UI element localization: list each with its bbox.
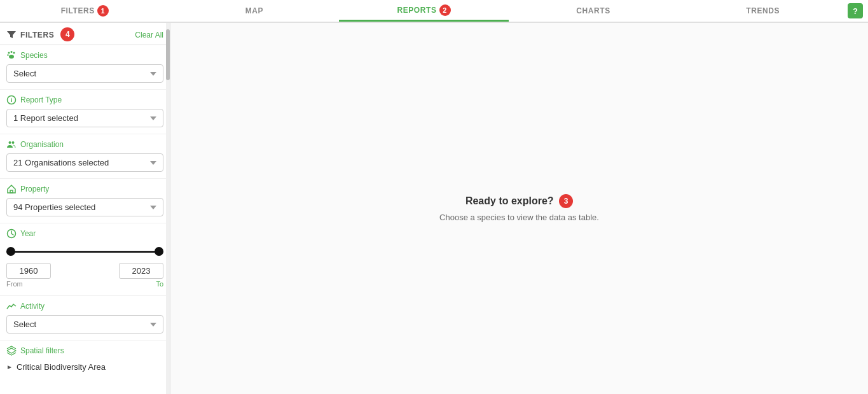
sidebar-scrollbar[interactable] <box>166 23 170 394</box>
property-icon <box>6 184 17 194</box>
activity-section-label: Activity <box>20 302 45 311</box>
filters-icon <box>6 30 17 40</box>
sidebar-header-left: FILTERS 4 <box>6 28 74 42</box>
species-icon <box>6 50 17 60</box>
spatial-item-label: Critical Biodiversity Area <box>17 362 106 372</box>
report-type-icon <box>6 95 17 105</box>
year-from-input[interactable] <box>6 263 51 279</box>
organisation-section-label: Organisation <box>20 140 64 149</box>
empty-state-subtitle: Choose a species to view the data as tab… <box>439 213 599 222</box>
year-label: Year <box>6 229 163 239</box>
spatial-item-arrow: ► <box>6 363 13 370</box>
year-to-label: To <box>156 280 163 288</box>
year-range-slider[interactable] <box>6 245 163 258</box>
help-button[interactable]: ? <box>848 3 863 18</box>
tab-charts-label: CHARTS <box>576 6 610 15</box>
organisation-section: Organisation 21 Organisations selected <box>0 134 170 179</box>
spatial-filters-icon <box>6 346 17 356</box>
year-section-label: Year <box>20 229 36 238</box>
sidebar: FILTERS 4 Clear All Species Select <box>0 23 170 394</box>
tab-filters-label: FILTERS <box>61 6 95 15</box>
tab-trends-label: TRENDS <box>746 6 780 15</box>
spatial-filters-section: Spatial filters ► Critical Biodiversity … <box>0 341 170 381</box>
year-section: Year From To <box>0 223 170 296</box>
activity-section: Activity Select <box>0 296 170 341</box>
species-section-label: Species <box>20 51 48 60</box>
tab-filters[interactable]: FILTERS 1 <box>0 0 170 22</box>
filters-label: FILTERS <box>20 31 54 39</box>
activity-label: Activity <box>6 301 163 311</box>
svg-point-0 <box>8 52 10 54</box>
main-layout: FILTERS 4 Clear All Species Select <box>0 23 868 394</box>
property-section: Property 94 Properties selected <box>0 179 170 223</box>
svg-point-3 <box>7 54 8 55</box>
sidebar-header: FILTERS 4 Clear All <box>0 23 170 45</box>
filters-badge: 1 <box>97 5 109 17</box>
svg-point-9 <box>12 141 15 144</box>
svg-point-7 <box>11 98 11 99</box>
main-badge-3: 3 <box>559 194 573 208</box>
spatial-item-cba[interactable]: ► Critical Biodiversity Area <box>6 360 163 374</box>
sidebar-badge-4: 4 <box>60 27 74 41</box>
report-type-label: Report Type <box>6 95 163 105</box>
species-select[interactable]: Select <box>6 64 163 83</box>
tab-map[interactable]: MAP <box>170 0 340 22</box>
range-thumb-right[interactable] <box>155 247 163 256</box>
reports-badge: 2 <box>439 4 451 16</box>
svg-point-2 <box>13 52 15 54</box>
year-from-label: From <box>6 280 23 288</box>
tab-reports-label: REPORTS <box>397 6 436 15</box>
species-section: Species Select <box>0 45 170 90</box>
year-to-input[interactable] <box>119 263 163 279</box>
range-track <box>6 251 163 253</box>
report-type-select[interactable]: 1 Report selected <box>6 109 163 127</box>
main-content: Ready to explore? 3 Choose a species to … <box>170 23 868 394</box>
tab-charts[interactable]: CHARTS <box>509 0 679 22</box>
activity-select[interactable]: Select <box>6 315 163 334</box>
spatial-filters-label: Spatial filters <box>6 346 163 356</box>
range-thumb-left[interactable] <box>6 247 15 256</box>
tab-trends[interactable]: TRENDS <box>678 0 848 22</box>
svg-point-4 <box>9 55 14 59</box>
year-icon <box>6 229 17 239</box>
tab-map-label: MAP <box>245 6 263 15</box>
property-select[interactable]: 94 Properties selected <box>6 198 163 216</box>
tab-reports[interactable]: REPORTS 2 <box>339 0 509 22</box>
property-section-label: Property <box>20 185 49 193</box>
empty-state: Ready to explore? 3 Choose a species to … <box>439 195 599 222</box>
organisation-icon <box>6 139 17 150</box>
empty-title-text: Ready to explore? <box>465 195 554 206</box>
year-inputs <box>6 263 163 279</box>
sidebar-scrollbar-thumb[interactable] <box>166 29 170 80</box>
clear-all-button[interactable]: Clear All <box>135 31 163 39</box>
svg-point-8 <box>9 141 11 144</box>
svg-rect-10 <box>10 190 13 193</box>
spatial-filters-section-label: Spatial filters <box>20 346 64 355</box>
top-navigation: FILTERS 1 MAP REPORTS 2 CHARTS TRENDS ? <box>0 0 868 23</box>
property-label: Property <box>6 184 163 194</box>
empty-state-title: Ready to explore? 3 <box>439 195 599 209</box>
organisation-label: Organisation <box>6 139 163 150</box>
species-label: Species <box>6 50 163 60</box>
report-type-section-label: Report Type <box>20 95 62 104</box>
activity-icon <box>6 301 17 311</box>
year-from-to: From To <box>6 280 163 288</box>
organisation-select[interactable]: 21 Organisations selected <box>6 153 163 172</box>
svg-point-1 <box>11 51 13 53</box>
report-type-section: Report Type 1 Report selected <box>0 90 170 134</box>
